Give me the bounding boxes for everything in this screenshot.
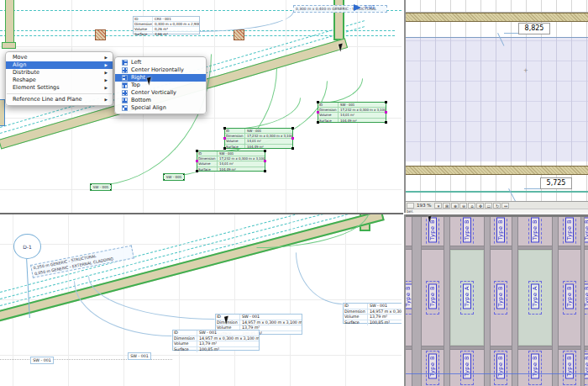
field-value: SW - 001 bbox=[240, 315, 260, 320]
id-tag[interactable]: SW - 001 bbox=[30, 357, 54, 364]
rotate-view-icon[interactable]: ↻ bbox=[493, 203, 501, 209]
selection-handle[interactable] bbox=[183, 179, 185, 181]
menu-item-distribute[interactable]: Distribute▶ bbox=[6, 69, 113, 77]
field-value: 104,49 m² bbox=[339, 119, 357, 123]
submenu-item-top[interactable]: Top bbox=[115, 82, 206, 89]
home-zoom-icon[interactable]: ⌂ bbox=[468, 203, 475, 209]
selection-handle[interactable] bbox=[264, 160, 266, 162]
slab-section-band[interactable] bbox=[406, 166, 588, 175]
elevation-viewport[interactable]: Type B Type B Type B Type B Type B Type … bbox=[404, 214, 588, 386]
window-divider[interactable] bbox=[0, 213, 403, 214]
selection-handle[interactable] bbox=[196, 160, 198, 162]
panel-column-type-b[interactable]: Type B Type B Type B bbox=[422, 217, 444, 386]
submenu-item-left[interactable]: Left bbox=[115, 59, 206, 66]
selection-handle[interactable] bbox=[317, 121, 319, 124]
menu-item-label: Bottom bbox=[131, 97, 201, 104]
dimension-value-top[interactable]: 8,825 bbox=[518, 23, 550, 34]
menu-item-reshape[interactable]: Reshape▶ bbox=[6, 77, 113, 84]
navigate-icon[interactable]: ↔ bbox=[501, 203, 509, 209]
selected-id-label[interactable]: SW - 001 bbox=[90, 183, 112, 191]
field-value: SW - 001 bbox=[245, 129, 261, 133]
selection-handle[interactable] bbox=[264, 150, 266, 152]
element-info-table[interactable]: IDSW - 001 Dimension14,957 m x 0,300 m x… bbox=[343, 303, 402, 324]
panel-column-type-b[interactable]: Type B Type B Type B bbox=[491, 217, 512, 386]
zoom-out-icon[interactable]: ⊖ bbox=[459, 203, 467, 209]
selected-zone-fill[interactable] bbox=[406, 38, 588, 161]
selection-handle[interactable] bbox=[110, 183, 112, 185]
field-value: SW - 001 bbox=[197, 330, 217, 336]
submenu-item-special-align[interactable]: Special Align bbox=[115, 104, 206, 112]
selection-handle[interactable] bbox=[291, 127, 294, 130]
panel-type-label: Type B bbox=[565, 353, 574, 378]
element-info-table[interactable]: IDCRE - 001 Dimension0,300 m x 0,300 m x… bbox=[133, 16, 200, 34]
field-label: Dimension bbox=[318, 108, 339, 112]
submenu-arrow-icon: ▶ bbox=[105, 54, 108, 61]
selection-handle[interactable] bbox=[163, 173, 165, 175]
menu-item-element-settings[interactable]: Element Settings▶ bbox=[6, 84, 113, 92]
submenu-item-center-horizontally[interactable]: Center Horizontally bbox=[115, 66, 206, 74]
selection-handle[interactable] bbox=[385, 121, 387, 124]
column-symbol[interactable] bbox=[95, 29, 106, 40]
selection-handle[interactable] bbox=[196, 170, 198, 172]
id-tag[interactable]: SW - 001 bbox=[128, 352, 151, 360]
zoom-box-icon[interactable]: ▭ bbox=[485, 203, 492, 209]
selection-handle[interactable] bbox=[90, 189, 92, 191]
floorplan-zoomed-viewport[interactable]: D-1 0,250 m GENERIC - STRUCTURAL 0,050 m… bbox=[0, 214, 402, 386]
panel-type-label: Type B bbox=[496, 283, 505, 309]
menu-item-reference-line-and-plane[interactable]: Reference Line and Plane▶ bbox=[6, 96, 113, 103]
detail-marker[interactable]: D-1 bbox=[13, 234, 41, 259]
selection-handle[interactable] bbox=[291, 137, 294, 140]
selection-handle[interactable] bbox=[264, 170, 266, 172]
submenu-item-right[interactable]: Right bbox=[115, 74, 206, 82]
wall-plan-left[interactable] bbox=[5, 0, 14, 44]
submenu-arrow-icon: ▶ bbox=[105, 77, 108, 84]
selection-handle[interactable] bbox=[385, 111, 387, 114]
panel-type-label: Type B bbox=[428, 353, 437, 378]
zoom-level-value[interactable]: 193 % bbox=[414, 203, 433, 208]
selection-handle[interactable] bbox=[385, 101, 387, 103]
pane-splitter-button[interactable] bbox=[407, 203, 414, 209]
field-label: Surface bbox=[197, 167, 218, 172]
submenu-item-center-vertically[interactable]: Center Vertically bbox=[115, 89, 206, 97]
submenu-item-bottom[interactable]: Bottom bbox=[115, 97, 206, 104]
selection-handle[interactable] bbox=[163, 179, 165, 181]
selection-handle[interactable] bbox=[291, 147, 294, 150]
zoom-in-icon[interactable]: ⊕ bbox=[451, 203, 459, 209]
panel-column-partial[interactable]: Type B bbox=[406, 217, 412, 386]
menu-item-move[interactable]: Move▶ bbox=[6, 54, 113, 61]
selection-handle[interactable] bbox=[196, 150, 198, 152]
section-marker-icon[interactable] bbox=[354, 4, 361, 11]
panel-type-label: Type B bbox=[463, 353, 471, 378]
selection-handle[interactable] bbox=[317, 101, 319, 103]
selection-handle[interactable] bbox=[223, 127, 226, 130]
selection-handle[interactable] bbox=[223, 137, 226, 140]
pan-icon[interactable]: ✥ bbox=[476, 203, 484, 209]
panel-column-type-a[interactable]: Type B Type A Type B bbox=[518, 217, 552, 386]
selection-handle[interactable] bbox=[223, 147, 226, 150]
slab-section-band[interactable] bbox=[406, 13, 588, 22]
field-label: Surface bbox=[344, 320, 368, 325]
fit-in-window-icon[interactable]: ⊞ bbox=[443, 203, 450, 209]
wall-cap[interactable] bbox=[2, 42, 16, 49]
selection-handle[interactable] bbox=[90, 183, 92, 185]
panel-column-type-b[interactable]: Type B Type B Type B bbox=[559, 217, 580, 386]
section-viewport[interactable]: + 8,825 5,725 193 % ▾ ⊞ ⊕ ⊖ ⌂ ✥ ▭ ↻ ↔ be… bbox=[404, 0, 588, 213]
panel-column-partial[interactable]: Type B Type B Type B bbox=[585, 217, 588, 386]
selected-id-label[interactable]: SW - 001 bbox=[163, 173, 185, 181]
selection-handle[interactable] bbox=[110, 189, 112, 191]
selected-element-info-table[interactable]: IDSW - 001 Dimension17,232 m x 0,300 m x… bbox=[197, 151, 265, 172]
selection-handle[interactable] bbox=[317, 111, 319, 114]
menu-item-align[interactable]: Align▶ bbox=[6, 61, 113, 69]
panel-column-type-a[interactable]: Type B Type A Type B bbox=[450, 217, 484, 386]
menu-item-label: Element Settings bbox=[13, 84, 100, 92]
column-symbol[interactable] bbox=[234, 29, 244, 40]
selection-handle[interactable] bbox=[183, 173, 185, 175]
field-label: Volume bbox=[318, 113, 339, 117]
selected-element-info-table[interactable]: IDSW - 001 Dimension17,232 m x 0,300 m x… bbox=[224, 128, 293, 149]
field-value: 104,49 m² bbox=[218, 167, 236, 172]
dimension-value-bottom[interactable]: 5,725 bbox=[540, 177, 572, 189]
panel-type-label: Type B bbox=[463, 217, 471, 242]
element-info-table[interactable]: IDSW - 001 Dimension14,957 m x 0,300 m x… bbox=[172, 330, 260, 351]
selected-element-info-table[interactable]: IDSW - 001 Dimension17,232 m x 0,300 m x… bbox=[318, 102, 386, 123]
zoom-menu-button[interactable]: ▾ bbox=[434, 203, 442, 209]
